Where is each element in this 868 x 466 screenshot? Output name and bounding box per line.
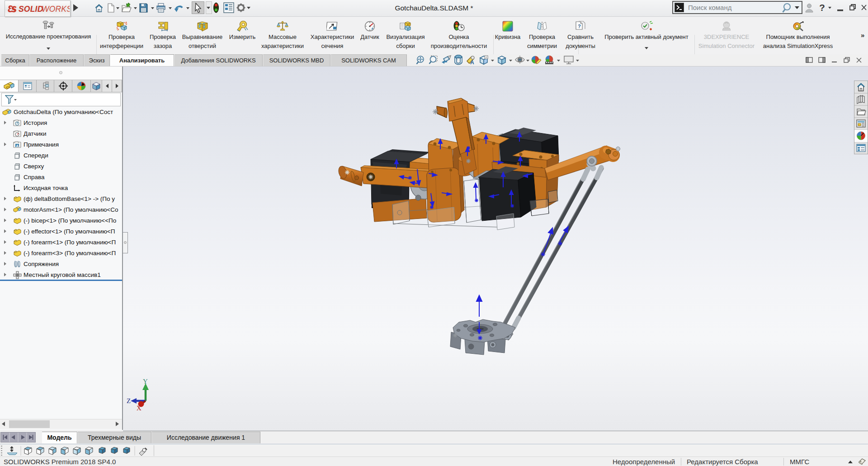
- svg-text:SOLID: SOLID: [19, 5, 43, 14]
- svg-text:WORKS: WORKS: [42, 5, 70, 14]
- svg-text:Y: Y: [143, 378, 148, 385]
- svg-text:X: X: [137, 404, 142, 412]
- svg-text:Z: Z: [127, 397, 131, 404]
